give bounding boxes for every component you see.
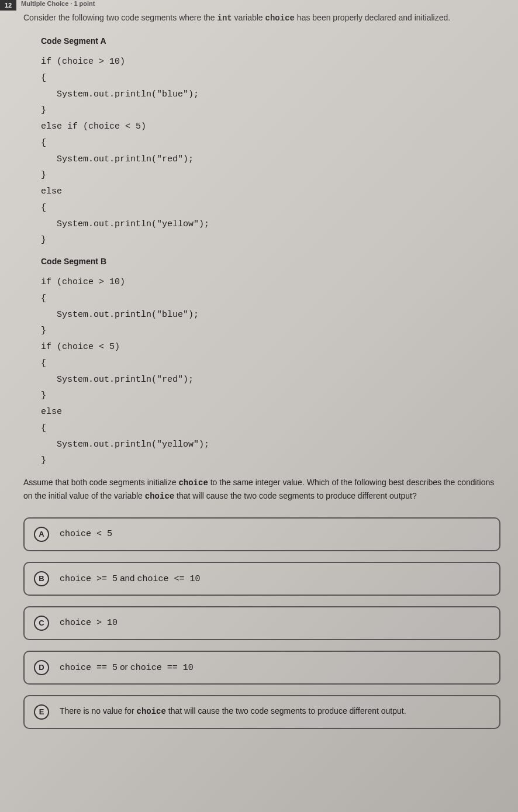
segment-a-code: if (choice > 10) { System.out.println("b… — [41, 54, 500, 248]
segment-a-title: Code Segment A — [41, 36, 500, 46]
fq-code: choice — [178, 478, 208, 488]
question-number-badge: 12 — [0, 0, 16, 11]
option-e[interactable]: E There is no value for choice that will… — [23, 695, 500, 729]
segment-b-code: if (choice > 10) { System.out.println("b… — [41, 274, 500, 469]
option-a[interactable]: A choice < 5 — [23, 517, 500, 551]
question-type-label: Multiple Choice · 1 point — [21, 0, 95, 7]
option-b-letter: B — [34, 571, 49, 586]
question-prompt: Consider the following two code segments… — [23, 12, 500, 25]
option-d-code1: choice == 5 — [60, 663, 118, 673]
question-content: Consider the following two code segments… — [18, 0, 500, 729]
option-a-letter: A — [34, 527, 49, 542]
option-d-letter: D — [34, 660, 49, 675]
option-e-letter: E — [34, 704, 49, 720]
option-e-text: There is no value for choice that will c… — [60, 706, 406, 718]
option-d-code2: choice == 10 — [130, 663, 194, 673]
prompt-code-choice: choice — [265, 13, 295, 23]
prompt-text: variable — [232, 13, 265, 22]
option-c-letter: C — [34, 616, 49, 631]
option-d-text: choice == 5 or choice == 10 — [60, 662, 194, 673]
option-b-code1: choice >= 5 — [60, 574, 118, 584]
option-b-text: choice >= 5 and choice <= 10 — [60, 573, 200, 584]
fq-text: that will cause the two code segments to… — [174, 491, 417, 500]
fq-text: Assume that both code segments initializ… — [23, 478, 178, 487]
option-b-code2: choice <= 10 — [137, 574, 200, 584]
option-b-and: and — [118, 573, 137, 583]
option-e-t1: There is no value for — [60, 706, 137, 716]
option-e-code: choice — [137, 707, 166, 716]
option-d[interactable]: D choice == 5 or choice == 10 — [23, 651, 500, 685]
segment-b-title: Code Segment B — [41, 257, 500, 266]
option-d-or: or — [118, 662, 130, 672]
option-c-text: choice > 10 — [60, 618, 118, 628]
prompt-text: has been properly declared and initializ… — [295, 13, 450, 22]
option-e-t2: that will cause the two code segments to… — [166, 706, 406, 716]
prompt-code-int: int — [217, 13, 232, 23]
option-a-text: choice < 5 — [60, 529, 112, 539]
prompt-text: Consider the following two code segments… — [23, 13, 217, 22]
final-question-text: Assume that both code segments initializ… — [23, 476, 500, 503]
answer-options: A choice < 5 B choice >= 5 and choice <=… — [23, 517, 500, 729]
option-c[interactable]: C choice > 10 — [23, 606, 500, 640]
fq-code: choice — [145, 492, 174, 501]
option-b[interactable]: B choice >= 5 and choice <= 10 — [23, 562, 500, 596]
